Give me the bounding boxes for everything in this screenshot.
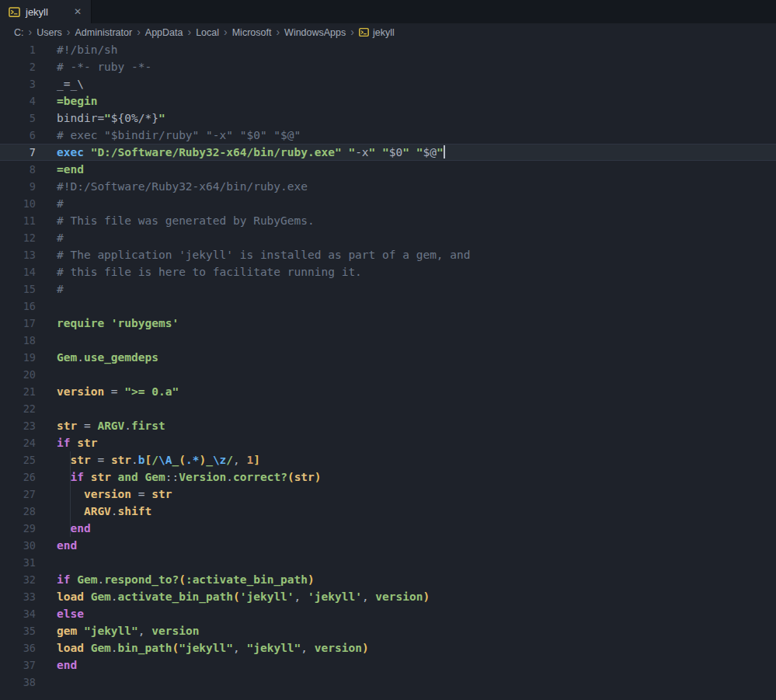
code-text: version = str (57, 486, 776, 503)
code-line[interactable]: 18 (0, 332, 776, 349)
code-line[interactable]: 31 (0, 554, 776, 571)
code-line[interactable]: 35gem "jekyll", version (0, 622, 776, 639)
code-line[interactable]: 16 (0, 298, 776, 315)
code-text: =end (57, 161, 776, 178)
line-number: 27 (0, 486, 36, 503)
code-line[interactable]: 15# (0, 280, 776, 298)
code-line[interactable]: 1#!/bin/sh (0, 41, 776, 58)
code-text (57, 366, 776, 383)
breadcrumb-item[interactable]: AppData (145, 27, 183, 38)
indent-guide (70, 520, 71, 537)
line-number: 38 (0, 674, 36, 691)
code-line[interactable]: 4=begin (0, 92, 776, 110)
breadcrumb-item[interactable]: Users (37, 27, 62, 38)
code-line[interactable]: 2# -*- ruby -*- (0, 58, 776, 75)
text-cursor (444, 145, 445, 158)
line-number: 37 (0, 656, 36, 674)
code-line[interactable]: 12# (0, 229, 776, 246)
tab-jekyll[interactable]: jekyll ✕ (0, 0, 92, 23)
line-number: 13 (0, 246, 36, 263)
code-line[interactable]: 3_=_\ (0, 75, 776, 92)
code-line[interactable]: 10# (0, 195, 776, 212)
indent-guide (70, 451, 71, 468)
code-text: _=_\ (57, 75, 776, 92)
code-text: if str (57, 434, 776, 451)
code-text: load Gem.bin_path("jekyll", "jekyll", ve… (57, 639, 776, 656)
breadcrumb-item[interactable]: Microsoft (232, 27, 272, 38)
code-editor-window: jekyll ✕ C:›Users›Administrator›AppData›… (0, 0, 776, 700)
code-line[interactable]: 20 (0, 366, 776, 383)
line-number: 6 (0, 127, 36, 144)
code-text: #!D:/Software/Ruby32-x64/bin/ruby.exe (57, 178, 776, 195)
chevron-right-icon: › (67, 26, 71, 37)
code-line[interactable]: 29 end (0, 520, 776, 537)
code-line[interactable]: 13# The application 'jekyll' is installe… (0, 246, 776, 263)
line-number: 19 (0, 349, 36, 366)
code-line[interactable]: 27 version = str (0, 486, 776, 503)
code-text (57, 332, 776, 349)
code-line[interactable]: 6# exec "$bindir/ruby" "-x" "$0" "$@" (0, 127, 776, 144)
terminal-icon (359, 27, 369, 37)
code-text: str = ARGV.first (57, 417, 776, 434)
line-number: 35 (0, 622, 36, 639)
code-text (57, 298, 776, 315)
chevron-right-icon: › (350, 26, 354, 37)
line-number: 3 (0, 75, 36, 92)
line-number: 4 (0, 92, 36, 110)
code-text: if Gem.respond_to?(:activate_bin_path) (57, 571, 776, 588)
code-line[interactable]: 36load Gem.bin_path("jekyll", "jekyll", … (0, 639, 776, 656)
indent-guide (70, 468, 71, 486)
line-number: 23 (0, 417, 36, 434)
code-text: version = ">= 0.a" (57, 383, 776, 400)
code-line[interactable]: 5bindir="${0%/*}" (0, 110, 776, 127)
code-line[interactable]: 9#!D:/Software/Ruby32-x64/bin/ruby.exe (0, 178, 776, 195)
line-number: 9 (0, 178, 36, 195)
code-line[interactable]: 23str = ARGV.first (0, 417, 776, 434)
code-text (57, 400, 776, 417)
code-text: # this file is here to facilitate runnin… (57, 263, 776, 280)
code-line[interactable]: 32if Gem.respond_to?(:activate_bin_path) (0, 571, 776, 588)
editor[interactable]: 1#!/bin/sh2# -*- ruby -*-3_=_\4=begin5bi… (0, 41, 776, 691)
code-line[interactable]: 11# This file was generated by RubyGems. (0, 212, 776, 229)
code-line[interactable]: 24if str (0, 434, 776, 451)
code-text (57, 674, 776, 691)
code-text: bindir="${0%/*}" (57, 110, 776, 127)
code-line[interactable]: 17require 'rubygems' (0, 315, 776, 332)
code-line[interactable]: 28 ARGV.shift (0, 503, 776, 520)
code-line[interactable]: 14# this file is here to facilitate runn… (0, 263, 776, 280)
code-line[interactable]: 22 (0, 400, 776, 417)
code-text: # exec "$bindir/ruby" "-x" "$0" "$@" (57, 127, 776, 144)
code-line[interactable]: 37end (0, 656, 776, 674)
breadcrumb-item-file[interactable]: jekyll (359, 27, 395, 38)
code-text: # This file was generated by RubyGems. (57, 212, 776, 229)
breadcrumb-item[interactable]: WindowsApps (284, 27, 346, 38)
line-number: 36 (0, 639, 36, 656)
close-icon[interactable]: ✕ (72, 5, 83, 18)
tab-bar: jekyll ✕ (0, 0, 776, 23)
breadcrumb-item[interactable]: C: (14, 27, 24, 38)
breadcrumb-item[interactable]: Administrator (75, 27, 133, 38)
code-line[interactable]: 26 if str and Gem::Version.correct?(str) (0, 468, 776, 486)
code-line[interactable]: 30end (0, 537, 776, 554)
code-text: end (57, 520, 776, 537)
line-number: 15 (0, 280, 36, 298)
line-number: 12 (0, 229, 36, 246)
line-number: 29 (0, 520, 36, 537)
code-text: Gem.use_gemdeps (57, 349, 776, 366)
code-text: load Gem.activate_bin_path('jekyll', 'je… (57, 588, 776, 605)
line-number: 18 (0, 332, 36, 349)
code-line[interactable]: 34else (0, 605, 776, 622)
code-line[interactable]: 21version = ">= 0.a" (0, 383, 776, 400)
code-line[interactable]: 38 (0, 674, 776, 691)
code-line[interactable]: 25 str = str.b[/\A_(.*)_\z/, 1] (0, 451, 776, 468)
code-line[interactable]: 7exec "D:/Software/Ruby32-x64/bin/ruby.e… (0, 144, 776, 161)
line-number: 1 (0, 41, 36, 58)
chevron-right-icon: › (137, 26, 141, 37)
code-line[interactable]: 33load Gem.activate_bin_path('jekyll', '… (0, 588, 776, 605)
code-text: if str and Gem::Version.correct?(str) (57, 468, 776, 486)
code-line[interactable]: 8=end (0, 161, 776, 178)
breadcrumb-item[interactable]: Local (196, 27, 219, 38)
line-number: 22 (0, 400, 36, 417)
line-number: 32 (0, 571, 36, 588)
code-line[interactable]: 19Gem.use_gemdeps (0, 349, 776, 366)
